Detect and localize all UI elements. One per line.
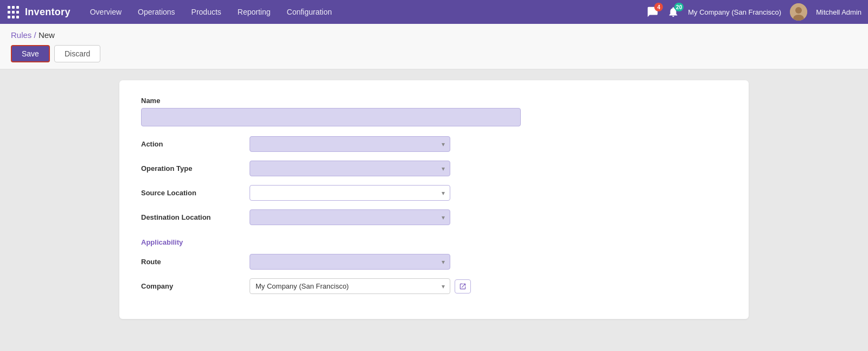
activity-notification-button[interactable]: 20 <box>667 6 679 18</box>
nav-configuration[interactable]: Configuration <box>280 4 339 20</box>
route-label: Route <box>141 258 250 266</box>
route-select-wrapper: ▾ <box>250 254 450 270</box>
avatar-image <box>790 3 807 21</box>
company-select-wrapper: My Company (San Francisco) ▾ <box>250 278 450 294</box>
activity-badge: 20 <box>674 3 684 11</box>
nav-reporting[interactable]: Reporting <box>231 4 277 20</box>
operation-type-select[interactable] <box>250 161 450 176</box>
toolbar-buttons: Save Discard <box>11 45 857 62</box>
svg-point-1 <box>795 7 802 14</box>
company-name: My Company (San Francisco) <box>688 8 781 16</box>
source-location-row: Source Location ▾ <box>141 185 727 201</box>
breadcrumb: Rules / New <box>11 30 857 40</box>
action-row: Action ▾ <box>141 136 727 152</box>
source-location-select-wrapper: ▾ <box>250 185 450 201</box>
company-select[interactable]: My Company (San Francisco) <box>250 278 450 294</box>
destination-location-row: Destination Location ▾ <box>141 209 727 225</box>
breadcrumb-current: New <box>39 30 55 40</box>
app-brand: Inventory <box>25 7 71 18</box>
company-input-area: My Company (San Francisco) ▾ <box>250 278 471 294</box>
operation-type-select-wrapper: ▾ <box>250 161 450 176</box>
action-select-wrapper: ▾ <box>250 136 450 152</box>
operation-type-label: Operation Type <box>141 164 250 173</box>
user-avatar[interactable] <box>790 3 807 21</box>
nav-products[interactable]: Products <box>185 4 228 20</box>
external-link-icon <box>459 283 467 290</box>
apps-menu-icon[interactable] <box>7 5 20 18</box>
name-field-group: Name <box>141 97 727 126</box>
form-card: Name Action ▾ Operation Type <box>119 80 749 319</box>
discard-button[interactable]: Discard <box>54 45 100 62</box>
operation-type-row: Operation Type ▾ <box>141 161 727 176</box>
destination-location-select[interactable] <box>250 209 450 225</box>
breadcrumb-parent[interactable]: Rules <box>11 30 31 40</box>
route-row: Route ▾ <box>141 254 727 270</box>
save-button[interactable]: Save <box>11 45 50 62</box>
chat-badge: 4 <box>654 3 663 11</box>
company-external-link-button[interactable] <box>455 279 471 293</box>
destination-location-label: Destination Location <box>141 213 250 221</box>
nav-overview[interactable]: Overview <box>84 4 128 20</box>
source-location-label: Source Location <box>141 189 250 197</box>
destination-location-select-wrapper: ▾ <box>250 209 450 225</box>
action-select[interactable] <box>250 136 450 152</box>
top-navigation: Inventory Overview Operations Products R… <box>0 0 868 24</box>
route-select[interactable] <box>250 254 450 270</box>
applicability-section-title: Applicability <box>141 238 727 246</box>
action-label: Action <box>141 140 250 148</box>
source-location-select[interactable] <box>250 185 450 201</box>
nav-operations[interactable]: Operations <box>131 4 181 20</box>
nav-menu: Overview Operations Products Reporting C… <box>84 4 647 20</box>
user-name: Mitchell Admin <box>816 8 861 16</box>
top-right-area: 4 20 My Company (San Francisco) Mitchell… <box>647 3 861 21</box>
name-input[interactable] <box>141 108 521 126</box>
toolbar-area: Rules / New Save Discard <box>0 24 868 69</box>
chat-notification-button[interactable]: 4 <box>647 6 659 18</box>
company-label: Company <box>141 282 250 290</box>
page-area: Rules / New Save Discard Name Action <box>0 24 868 351</box>
company-row: Company My Company (San Francisco) ▾ <box>141 278 727 294</box>
breadcrumb-separator: / <box>34 30 39 40</box>
name-label: Name <box>141 97 727 105</box>
content-area: Name Action ▾ Operation Type <box>0 69 868 330</box>
